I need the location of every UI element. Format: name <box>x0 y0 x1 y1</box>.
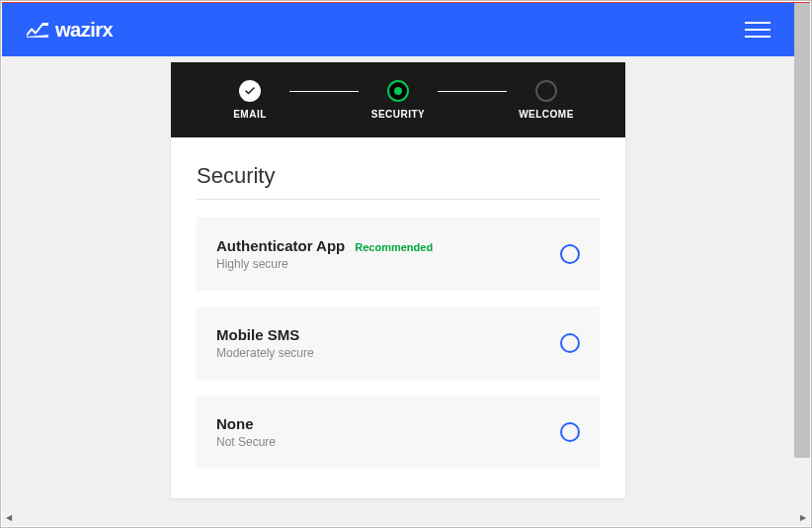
radio-icon[interactable] <box>560 333 580 353</box>
step-connector <box>438 91 507 92</box>
check-icon <box>239 80 261 102</box>
step-label: SECURITY <box>371 109 426 120</box>
step-connector <box>289 91 359 92</box>
security-option-none[interactable]: None Not Secure <box>197 396 600 469</box>
option-subtitle: Moderately secure <box>216 346 314 360</box>
security-option-authenticator[interactable]: Authenticator App Recommended Highly sec… <box>197 218 600 291</box>
step-email: EMAIL <box>210 80 289 120</box>
option-text: None Not Secure <box>216 415 276 449</box>
option-title: None <box>216 415 254 432</box>
step-label: EMAIL <box>233 109 267 120</box>
recommended-badge: Recommended <box>355 241 433 253</box>
step-security: SECURITY <box>359 80 438 120</box>
upcoming-step-icon <box>535 80 557 102</box>
step-label: WELCOME <box>519 109 574 120</box>
progress-stepper: EMAIL SECURITY WELCOME <box>171 62 625 137</box>
viewport: wazirx EMAIL SECURITY WELCOME <box>2 3 794 510</box>
brand-logo[interactable]: wazirx <box>26 19 113 42</box>
menu-button[interactable] <box>745 22 771 38</box>
page-title: Security <box>197 163 600 189</box>
option-subtitle: Not Secure <box>216 435 276 449</box>
brand-name: wazirx <box>55 19 113 42</box>
option-title: Authenticator App <box>216 237 345 254</box>
divider <box>197 199 600 200</box>
vertical-scrollbar[interactable] <box>794 3 810 510</box>
scroll-right-icon[interactable]: ▶ <box>800 513 806 522</box>
radio-icon[interactable] <box>560 422 580 442</box>
card-content: Security Authenticator App Recommended H… <box>171 137 625 498</box>
step-welcome: WELCOME <box>507 80 586 120</box>
option-title: Mobile SMS <box>216 326 299 343</box>
wazirx-logo-icon <box>26 21 49 39</box>
option-subtitle: Highly secure <box>216 257 433 271</box>
signup-card: EMAIL SECURITY WELCOME Security Authenti… <box>171 62 625 498</box>
security-option-sms[interactable]: Mobile SMS Moderately secure <box>197 307 600 380</box>
scroll-left-icon[interactable]: ◀ <box>6 513 12 522</box>
current-step-icon <box>387 80 409 102</box>
horizontal-scrollbar[interactable]: ◀ ▶ <box>2 510 810 526</box>
scrollbar-thumb[interactable] <box>794 3 810 458</box>
option-text: Mobile SMS Moderately secure <box>216 326 314 360</box>
option-text: Authenticator App Recommended Highly sec… <box>216 237 433 271</box>
radio-icon[interactable] <box>560 244 580 264</box>
app-header: wazirx <box>2 3 794 56</box>
